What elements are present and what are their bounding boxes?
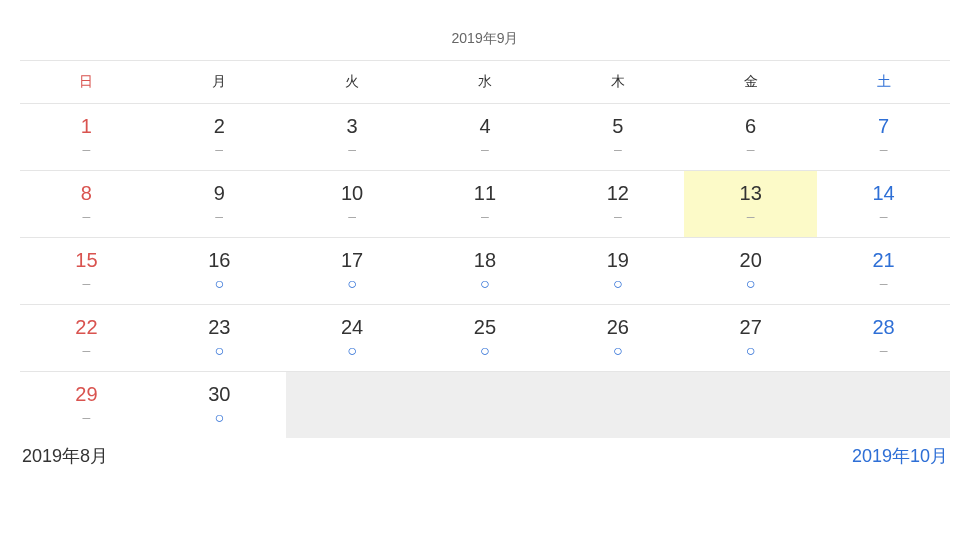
calendar-day-cell[interactable]: 23○	[153, 305, 286, 372]
calendar-blank-cell	[817, 372, 950, 439]
day-number: 18	[419, 248, 552, 272]
calendar-body: 1–2–3–4–5–6–7–8–9–10–11–12–13–14–15–16○1…	[20, 104, 950, 439]
availability-open-icon: ○	[684, 343, 817, 359]
calendar-row: 22–23○24○25○26○27○28–	[20, 305, 950, 372]
availability-none-icon: –	[419, 209, 552, 223]
availability-none-icon: –	[817, 276, 950, 290]
day-number: 20	[684, 248, 817, 272]
calendar-row: 29–30○	[20, 372, 950, 439]
weekday-header: 金	[684, 61, 817, 104]
day-number: 15	[20, 248, 153, 272]
calendar-day-cell[interactable]: 4–	[419, 104, 552, 171]
calendar-day-cell[interactable]: 11–	[419, 171, 552, 238]
availability-open-icon: ○	[153, 343, 286, 359]
availability-none-icon: –	[286, 209, 419, 223]
day-number: 11	[419, 181, 552, 205]
calendar-day-cell[interactable]: 20○	[684, 238, 817, 305]
day-number: 19	[551, 248, 684, 272]
calendar-day-cell[interactable]: 15–	[20, 238, 153, 305]
availability-open-icon: ○	[286, 343, 419, 359]
calendar-day-cell[interactable]: 30○	[153, 372, 286, 439]
calendar-day-cell[interactable]: 1–	[20, 104, 153, 171]
next-month-link[interactable]: 2019年10月	[852, 444, 948, 468]
calendar-day-cell[interactable]: 22–	[20, 305, 153, 372]
availability-open-icon: ○	[286, 276, 419, 292]
day-number: 5	[551, 114, 684, 138]
availability-open-icon: ○	[551, 343, 684, 359]
availability-none-icon: –	[20, 209, 153, 223]
availability-none-icon: –	[20, 410, 153, 424]
calendar-day-cell[interactable]: 5–	[551, 104, 684, 171]
availability-none-icon: –	[20, 276, 153, 290]
day-number: 17	[286, 248, 419, 272]
calendar-day-cell[interactable]: 7–	[817, 104, 950, 171]
day-number: 2	[153, 114, 286, 138]
calendar-day-cell[interactable]: 12–	[551, 171, 684, 238]
availability-none-icon: –	[684, 209, 817, 223]
day-number: 10	[286, 181, 419, 205]
calendar-day-cell[interactable]: 16○	[153, 238, 286, 305]
availability-none-icon: –	[20, 142, 153, 156]
weekday-header: 月	[153, 61, 286, 104]
availability-open-icon: ○	[684, 276, 817, 292]
availability-none-icon: –	[817, 142, 950, 156]
day-number: 29	[20, 382, 153, 406]
availability-none-icon: –	[551, 209, 684, 223]
availability-open-icon: ○	[153, 410, 286, 426]
availability-open-icon: ○	[551, 276, 684, 292]
availability-none-icon: –	[153, 142, 286, 156]
calendar-day-cell[interactable]: 24○	[286, 305, 419, 372]
day-number: 7	[817, 114, 950, 138]
calendar-day-cell[interactable]: 17○	[286, 238, 419, 305]
calendar-day-cell[interactable]: 6–	[684, 104, 817, 171]
calendar-day-cell[interactable]: 27○	[684, 305, 817, 372]
calendar-day-cell[interactable]: 9–	[153, 171, 286, 238]
calendar-day-cell[interactable]: 25○	[419, 305, 552, 372]
calendar-blank-cell	[286, 372, 419, 439]
calendar-day-cell[interactable]: 8–	[20, 171, 153, 238]
calendar-row: 1–2–3–4–5–6–7–	[20, 104, 950, 171]
day-number: 8	[20, 181, 153, 205]
month-nav: 2019年8月 2019年10月	[20, 438, 950, 468]
calendar-day-cell[interactable]: 14–	[817, 171, 950, 238]
availability-open-icon: ○	[153, 276, 286, 292]
calendar-day-cell[interactable]: 2–	[153, 104, 286, 171]
calendar-day-cell[interactable]: 21–	[817, 238, 950, 305]
weekday-header: 火	[286, 61, 419, 104]
day-number: 4	[419, 114, 552, 138]
calendar-day-cell[interactable]: 26○	[551, 305, 684, 372]
weekday-header: 水	[419, 61, 552, 104]
day-number: 25	[419, 315, 552, 339]
day-number: 16	[153, 248, 286, 272]
calendar-blank-cell	[419, 372, 552, 439]
weekday-header: 土	[817, 61, 950, 104]
day-number: 1	[20, 114, 153, 138]
availability-none-icon: –	[817, 209, 950, 223]
day-number: 27	[684, 315, 817, 339]
weekday-header: 木	[551, 61, 684, 104]
day-number: 13	[684, 181, 817, 205]
calendar-table: 日月火水木金土 1–2–3–4–5–6–7–8–9–10–11–12–13–14…	[20, 60, 950, 438]
availability-none-icon: –	[286, 142, 419, 156]
day-number: 21	[817, 248, 950, 272]
calendar-row: 15–16○17○18○19○20○21–	[20, 238, 950, 305]
availability-none-icon: –	[684, 142, 817, 156]
calendar-day-cell[interactable]: 29–	[20, 372, 153, 439]
calendar-day-cell[interactable]: 13–	[684, 171, 817, 238]
prev-month-link[interactable]: 2019年8月	[22, 444, 108, 468]
calendar-day-cell[interactable]: 10–	[286, 171, 419, 238]
day-number: 23	[153, 315, 286, 339]
calendar-day-cell[interactable]: 18○	[419, 238, 552, 305]
day-number: 12	[551, 181, 684, 205]
day-number: 14	[817, 181, 950, 205]
calendar-day-cell[interactable]: 28–	[817, 305, 950, 372]
day-number: 3	[286, 114, 419, 138]
month-title: 2019年9月	[20, 30, 950, 60]
calendar-day-cell[interactable]: 3–	[286, 104, 419, 171]
availability-none-icon: –	[153, 209, 286, 223]
day-number: 6	[684, 114, 817, 138]
day-number: 22	[20, 315, 153, 339]
day-number: 24	[286, 315, 419, 339]
availability-none-icon: –	[20, 343, 153, 357]
calendar-day-cell[interactable]: 19○	[551, 238, 684, 305]
